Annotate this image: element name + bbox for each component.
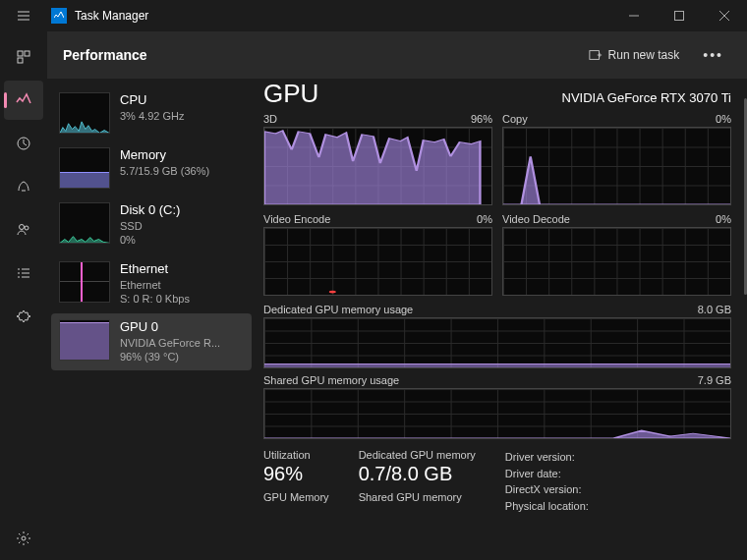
memory-thumbnail bbox=[59, 147, 110, 189]
chart-copy-value: 0% bbox=[716, 113, 731, 125]
memory-name: Memory bbox=[120, 147, 244, 162]
gpu-thumbnail bbox=[59, 319, 110, 361]
chart-venc-value: 0% bbox=[477, 213, 492, 225]
resource-ethernet[interactable]: Ethernet Ethernet S: 0 R: 0 Kbps bbox=[51, 255, 252, 312]
stats-row: Utilization 96% GPU Memory Dedicated GPU… bbox=[263, 449, 731, 514]
util-label: Utilization bbox=[263, 449, 329, 461]
page-title: Performance bbox=[63, 47, 147, 63]
disk-pct: 0% bbox=[120, 233, 244, 247]
detail-panel: GPU NVIDIA GeForce RTX 3070 Ti 3D96% Cop… bbox=[256, 79, 747, 560]
nav-history[interactable] bbox=[4, 124, 43, 163]
chart-vdec-value: 0% bbox=[716, 213, 731, 225]
gpu-stats: 96% (39 °C) bbox=[120, 350, 244, 364]
resource-disk[interactable]: Disk 0 (C:) SSD 0% bbox=[51, 196, 252, 253]
memory-stats: 5.7/15.9 GB (36%) bbox=[120, 164, 244, 178]
ded-label: Dedicated GPU memory bbox=[359, 449, 476, 461]
dedicated-mem-label: Dedicated GPU memory usage bbox=[263, 304, 413, 315]
run-new-task-button[interactable]: Run new task bbox=[581, 44, 688, 66]
detail-title: GPU bbox=[263, 79, 318, 109]
titlebar: Task Manager bbox=[0, 0, 747, 31]
chart-video-decode bbox=[502, 227, 731, 296]
disk-type: SSD bbox=[120, 219, 244, 233]
chart-dedicated-memory bbox=[263, 317, 731, 368]
svg-point-5 bbox=[20, 225, 25, 230]
resource-gpu[interactable]: GPU 0 NVIDIA GeForce R... 96% (39 °C) bbox=[51, 313, 252, 370]
gpu-name: GPU 0 bbox=[120, 319, 244, 334]
hamburger-menu[interactable] bbox=[8, 0, 39, 31]
gpu-device: NVIDIA GeForce R... bbox=[120, 336, 244, 350]
nav-users[interactable] bbox=[4, 210, 43, 250]
chart-shared-memory bbox=[263, 388, 731, 439]
cpu-name: CPU bbox=[120, 92, 244, 107]
svg-point-6 bbox=[25, 226, 29, 230]
resource-memory[interactable]: Memory 5.7/15.9 GB (36%) bbox=[51, 141, 252, 195]
driver-info: Driver version: Driver date: DirectX ver… bbox=[505, 449, 589, 514]
ethernet-name: Ethernet bbox=[120, 261, 244, 276]
util-value: 96% bbox=[263, 463, 329, 485]
cpu-stats: 3% 4.92 GHz bbox=[120, 109, 244, 123]
svg-point-9 bbox=[329, 291, 336, 294]
nav-rail bbox=[0, 31, 47, 560]
driver-date-label: Driver date: bbox=[505, 466, 589, 482]
resource-cpu[interactable]: CPU 3% 4.92 GHz bbox=[51, 86, 252, 140]
disk-thumbnail bbox=[59, 202, 110, 244]
nav-startup[interactable] bbox=[4, 167, 43, 206]
shared-mem-max: 7.9 GB bbox=[698, 374, 731, 386]
chart-video-encode bbox=[263, 227, 492, 296]
minimize-button[interactable] bbox=[611, 0, 657, 31]
maximize-button[interactable] bbox=[657, 0, 702, 31]
svg-point-7 bbox=[22, 536, 26, 540]
nav-services[interactable] bbox=[4, 297, 43, 336]
chart-venc-label[interactable]: Video Encode bbox=[263, 213, 330, 225]
ded-value: 0.7/8.0 GB bbox=[359, 463, 476, 485]
shared-mem-label: Shared GPU memory usage bbox=[263, 374, 399, 386]
gpumem-label: GPU Memory bbox=[263, 491, 329, 503]
chart-copy bbox=[502, 127, 731, 205]
svg-rect-3 bbox=[18, 58, 23, 63]
svg-rect-2 bbox=[25, 51, 29, 56]
detail-device: NVIDIA GeForce RTX 3070 Ti bbox=[562, 90, 731, 105]
disk-name: Disk 0 (C:) bbox=[120, 202, 244, 217]
chart-3d bbox=[263, 127, 492, 205]
physical-location-label: Physical location: bbox=[505, 498, 589, 515]
window-controls bbox=[611, 0, 747, 31]
more-button[interactable]: ••• bbox=[695, 43, 731, 67]
chart-3d-label[interactable]: 3D bbox=[263, 113, 277, 125]
svg-rect-1 bbox=[18, 51, 23, 56]
resource-list: CPU 3% 4.92 GHz Memory 5.7/15.9 GB (36%)… bbox=[47, 79, 256, 560]
close-button[interactable] bbox=[702, 0, 747, 31]
app-icon bbox=[51, 8, 67, 24]
nav-processes[interactable] bbox=[4, 37, 43, 77]
nav-details[interactable] bbox=[4, 253, 43, 293]
ethernet-thumbnail bbox=[59, 261, 110, 303]
chart-copy-label[interactable]: Copy bbox=[502, 113, 528, 125]
dedicated-mem-max: 8.0 GB bbox=[698, 304, 731, 315]
ethernet-stats: S: 0 R: 0 Kbps bbox=[120, 292, 244, 306]
driver-version-label: Driver version: bbox=[505, 449, 589, 466]
chart-3d-value: 96% bbox=[471, 113, 492, 125]
directx-version-label: DirectX version: bbox=[505, 481, 589, 498]
ethernet-adapter: Ethernet bbox=[120, 278, 244, 292]
svg-rect-0 bbox=[675, 12, 684, 21]
nav-settings[interactable] bbox=[4, 519, 43, 558]
run-new-task-label: Run new task bbox=[608, 48, 680, 62]
chart-vdec-label[interactable]: Video Decode bbox=[502, 213, 570, 225]
app-title: Task Manager bbox=[75, 9, 148, 23]
page-header: Performance Run new task ••• bbox=[47, 31, 747, 79]
shared-label: Shared GPU memory bbox=[359, 491, 476, 503]
nav-performance[interactable] bbox=[4, 81, 43, 120]
cpu-thumbnail bbox=[59, 92, 110, 134]
